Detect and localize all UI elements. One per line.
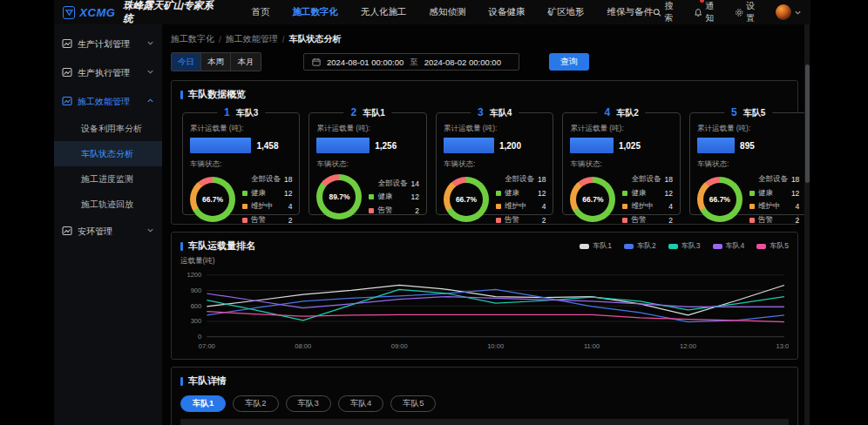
menu-icon xyxy=(62,38,72,51)
nav-item-4[interactable]: 设备健康 xyxy=(489,6,526,18)
stat-value: 14 xyxy=(410,179,418,188)
vehicle-status-donut: 66.7% xyxy=(697,177,743,222)
tab-fleet-5[interactable]: 车队5 xyxy=(390,395,436,412)
legend-item-0[interactable]: 车队1 xyxy=(580,241,612,252)
legend-item-1[interactable]: 车队2 xyxy=(624,241,656,252)
search-icon xyxy=(653,8,661,17)
date-range-picker[interactable]: 2024-08-01 00:00:00 至 2024-08-02 00:00:0… xyxy=(303,53,519,71)
settings-button[interactable]: 设置 xyxy=(735,0,763,24)
sidebar-item-3[interactable]: 安环管理 xyxy=(54,217,162,246)
status-swatch xyxy=(749,218,755,223)
stat-value: 12 xyxy=(538,189,546,198)
status-stat-row: 维护中4 xyxy=(749,201,799,212)
status-swatch xyxy=(749,191,755,196)
status-stat-row: 告警2 xyxy=(622,215,672,226)
nav-item-6[interactable]: 维保与备件 xyxy=(607,6,654,18)
donut-row: 66.7%全部设备18健康12维护中4告警2 xyxy=(190,174,292,226)
load-value: 895 xyxy=(740,141,755,151)
sidebar-item-label: 生产计划管理 xyxy=(78,38,141,51)
status-stat-row: 维护中4 xyxy=(242,201,292,212)
logo-text: XCMG xyxy=(79,6,115,19)
nav-item-0[interactable]: 首页 xyxy=(252,6,270,18)
stat-value: 18 xyxy=(538,175,546,184)
search-button[interactable]: 搜索 xyxy=(653,0,681,24)
status-stat-row: 维护中4 xyxy=(622,201,672,212)
nav-item-2[interactable]: 无人化施工 xyxy=(361,6,407,18)
legend-item-2[interactable]: 车队3 xyxy=(668,241,701,252)
svg-text:10:00: 10:00 xyxy=(487,342,504,350)
status-stat-row: 健康12 xyxy=(369,192,418,202)
fleet-rank: 2 xyxy=(351,106,357,118)
notification-label: 通知 xyxy=(705,0,722,24)
stat-value: 4 xyxy=(288,202,293,211)
breadcrumb-separator: / xyxy=(282,35,285,44)
chevron-down-icon xyxy=(794,9,802,17)
legend-label: 车队3 xyxy=(682,241,701,252)
status-swatch xyxy=(242,191,248,196)
bell-icon xyxy=(694,8,702,17)
legend-item-4[interactable]: 车队5 xyxy=(756,241,789,252)
menu-icon xyxy=(62,226,72,238)
sidebar-subitem-2-0[interactable]: 设备利用率分析 xyxy=(54,116,162,141)
status-swatch xyxy=(496,218,501,223)
tab-fleet-2[interactable]: 车队2 xyxy=(233,395,278,412)
range-button-1[interactable]: 本周 xyxy=(201,53,231,71)
fleet-name: 车队2 xyxy=(616,107,639,119)
fleet-name: 车队1 xyxy=(363,107,385,119)
breadcrumb-item-0[interactable]: 施工数字化 xyxy=(171,33,214,45)
legend-label: 车队4 xyxy=(726,241,745,252)
filter-bar: 今日本周本月 2024-08-01 00:00:00 至 2024-08-02 … xyxy=(171,52,798,71)
sidebar-item-2[interactable]: 施工效能管理 xyxy=(54,87,162,116)
status-swatch xyxy=(369,194,374,199)
tab-fleet-1[interactable]: 车队1 xyxy=(180,395,226,412)
range-button-0[interactable]: 今日 xyxy=(172,53,201,71)
legend-item-3[interactable]: 车队4 xyxy=(713,241,745,252)
sidebar-subitem-2-2[interactable]: 施工进度监测 xyxy=(54,166,162,192)
range-button-2[interactable]: 本月 xyxy=(231,53,261,71)
nav-item-5[interactable]: 矿区地形 xyxy=(548,6,585,18)
nav-item-3[interactable]: 感知侦测 xyxy=(430,6,466,18)
settings-label: 设置 xyxy=(746,0,763,24)
sidebar-item-1[interactable]: 生产执行管理 xyxy=(54,58,162,87)
stat-name: 全部设备 xyxy=(758,174,788,185)
load-bar xyxy=(316,138,370,153)
legend-label: 车队2 xyxy=(637,241,656,252)
table-header-3: 今日累计运载量 (吨) xyxy=(411,419,521,425)
sidebar-item-0[interactable]: 生产计划管理 xyxy=(54,30,162,58)
sidebar-subitem-2-1[interactable]: 车队状态分析 xyxy=(54,141,162,166)
status-stat-row: 告警2 xyxy=(496,215,546,226)
main-scrollbar-track[interactable] xyxy=(804,24,810,425)
status-label: 车辆状态: xyxy=(697,159,799,170)
calendar-icon xyxy=(312,57,321,66)
tab-fleet-3[interactable]: 车队3 xyxy=(286,395,331,412)
notification-button[interactable]: 通知 xyxy=(694,0,722,24)
table-header-2: 设备序列号 xyxy=(315,419,412,425)
sidebar-subitem-2-3[interactable]: 施工轨迹回放 xyxy=(54,192,162,217)
load-value: 1,458 xyxy=(256,141,278,151)
status-swatch-empty xyxy=(496,177,501,182)
donut-row: 66.7%全部设备18健康12维护中4告警2 xyxy=(444,174,546,226)
status-label: 车辆状态: xyxy=(444,159,546,170)
fleet-card-2: 3车队4累计运载量 (吨):1,200车辆状态:66.7%全部设备18健康12维… xyxy=(436,112,553,215)
fleet-card-title: 3车队4 xyxy=(471,106,519,119)
status-swatch-empty xyxy=(369,181,374,186)
fleet-rank: 4 xyxy=(605,106,611,118)
tab-fleet-4[interactable]: 车队4 xyxy=(338,395,383,412)
main-scrollbar-thumb[interactable] xyxy=(805,64,810,183)
load-bar-row: 1,458 xyxy=(190,138,292,153)
search-label: 搜索 xyxy=(664,0,681,24)
nav-item-1[interactable]: 施工数字化 xyxy=(293,6,339,18)
breadcrumb-item-2[interactable]: 车队状态分析 xyxy=(289,33,342,45)
load-bar xyxy=(697,138,735,153)
load-value: 1,025 xyxy=(619,141,641,151)
breadcrumb-item-1[interactable]: 施工效能管理 xyxy=(226,33,278,45)
avatar[interactable] xyxy=(776,4,791,20)
stat-name: 全部设备 xyxy=(251,174,281,185)
chevron-up-icon xyxy=(146,97,154,106)
stat-value: 2 xyxy=(542,216,546,225)
vehicle-status-donut: 66.7% xyxy=(570,177,615,222)
table-header-5: 设备状态 xyxy=(594,419,674,425)
user-menu[interactable] xyxy=(776,4,802,20)
stat-value: 4 xyxy=(796,202,800,211)
query-button[interactable]: 查询 xyxy=(549,53,589,71)
